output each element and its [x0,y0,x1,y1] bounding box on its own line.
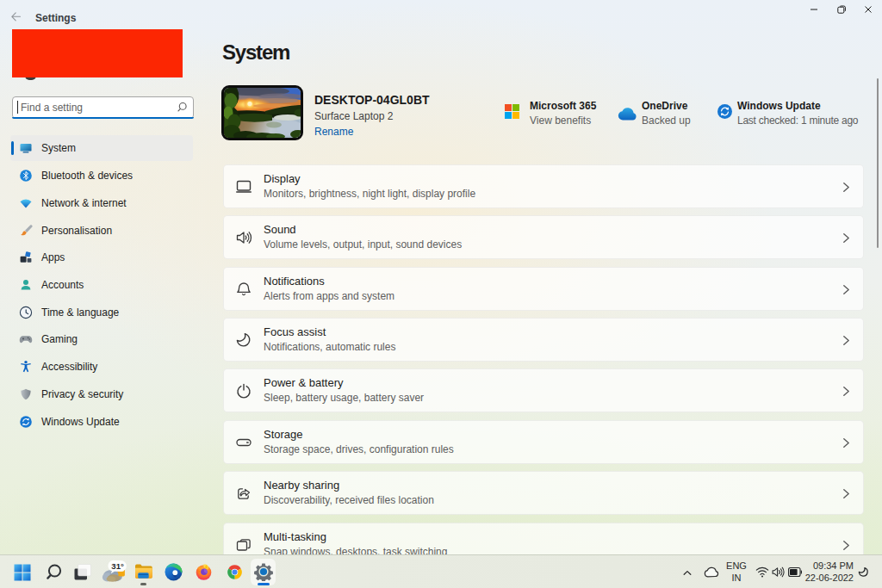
svg-text:31°: 31° [111,561,124,571]
